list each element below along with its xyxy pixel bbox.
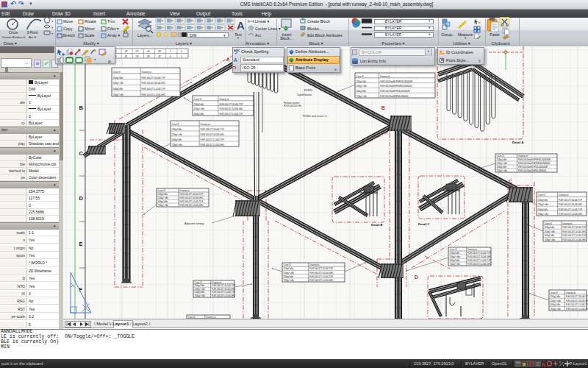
- svg-text:FLEX 040-077-34-040-TOP: FLEX 040-077-34-040-TOP: [201, 128, 224, 131]
- svg-text:250kg/½xBe: 250kg/½xBe: [195, 288, 206, 291]
- svg-text:Detail C: Detail C: [418, 222, 430, 226]
- svg-text:FLEX 040-077-L4-040-TOP: FLEX 040-077-L4-040-TOP: [467, 259, 491, 262]
- svg-text:250kg/½xBe: 250kg/½xBe: [194, 107, 205, 110]
- svg-text:Drawing no.: Drawing no.: [309, 263, 320, 266]
- svg-text:250kg/1xBe: 250kg/1xBe: [172, 128, 182, 131]
- svg-text:FLEX 040-057-34-040-GHC: FLEX 040-057-34-040-GHC: [559, 203, 582, 206]
- svg-text:Drawing no.: Drawing no.: [179, 189, 190, 192]
- svg-text:Drawing no.: Drawing no.: [518, 155, 528, 158]
- svg-text:250kg/1xBe: 250kg/1xBe: [545, 226, 555, 229]
- svg-text:500kg/1xBe: 500kg/1xBe: [356, 90, 367, 93]
- svg-text:FLEX 040-057-34-040-GHC: FLEX 040-057-34-040-GHC: [212, 288, 235, 291]
- svg-text:FLEX 040-077-L4-040-TOP: FLEX 040-077-L4-040-TOP: [562, 234, 586, 237]
- svg-text:D: D: [415, 275, 418, 280]
- svg-text:FLEX 040-NewWGP05R04L4N06045: FLEX 040-NewWGP05R04L4N06045: [518, 162, 551, 165]
- svg-text:Drawing no.: Drawing no.: [566, 291, 576, 294]
- svg-text:FLEX 040-077-34-040-TOP: FLEX 040-077-34-040-TOP: [467, 252, 491, 255]
- svg-text:A: A: [226, 57, 230, 62]
- svg-text:Crane ID: Crane ID: [194, 98, 202, 101]
- svg-text:FLEX 040-057-34-040-GHC: FLEX 040-057-34-040-GHC: [309, 272, 333, 275]
- svg-text:FLEX 040-077-34-040-TOP: FLEX 040-077-34-040-TOP: [179, 193, 203, 196]
- svg-text:FLEX 040-077-34-040-TOP: FLEX 040-077-34-040-TOP: [309, 267, 333, 270]
- svg-text:A: A: [237, 19, 245, 32]
- svg-text:FLEX 040-077-L4-040-TOP: FLEX 040-077-L4-040-TOP: [566, 303, 588, 306]
- svg-text:250kg/½xBe: 250kg/½xBe: [113, 82, 124, 85]
- svg-text:750kg/½xBe: 750kg/½xBe: [172, 144, 183, 146]
- svg-text:Crane ID: Crane ID: [545, 222, 553, 225]
- svg-text:Crane ID: Crane ID: [356, 75, 365, 78]
- svg-text:-40: -40: [146, 50, 150, 53]
- svg-text:Crane ID: Crane ID: [158, 189, 166, 192]
- svg-text:250kg/½xBe: 250kg/½xBe: [545, 230, 556, 233]
- svg-text:FLEX 040-077-34-040-TOP: FLEX 040-077-34-040-TOP: [566, 295, 588, 298]
- svg-text:250kg/½xBe: 250kg/½xBe: [172, 133, 183, 136]
- svg-text:Crane ID: Crane ID: [172, 123, 180, 126]
- svg-text:-49: -49: [146, 55, 150, 58]
- svg-text:-42: -42: [157, 55, 161, 58]
- svg-text:500kg/1xBe: 500kg/1xBe: [195, 291, 205, 294]
- svg-text:FLEX 040-057-L4-040-GHC: FLEX 040-057-L4-040-GHC: [559, 213, 582, 216]
- svg-text:500kg/1xBe: 500kg/1xBe: [497, 166, 507, 169]
- svg-text:Crane ID: Crane ID: [195, 281, 203, 284]
- svg-text:FLEX 040-057-34-040-GHC: FLEX 040-057-34-040-GHC: [566, 300, 588, 302]
- svg-text:Crane ID: Crane ID: [113, 71, 121, 74]
- svg-text:FLEX 040-077-L4-040-TOP: FLEX 040-077-L4-040-TOP: [179, 200, 203, 203]
- svg-text:FLEX 040-077-34-040-TOP: FLEX 040-077-34-040-TOP: [142, 77, 165, 79]
- svg-text:Tagliaff bracket: Tagliaff bracket: [297, 93, 312, 96]
- svg-text:Crane ID: Crane ID: [551, 291, 559, 294]
- svg-text:250kg/1xBe: 250kg/1xBe: [538, 199, 548, 202]
- svg-text:250kg/1xBe: 250kg/1xBe: [158, 193, 168, 196]
- svg-text:FLEX 040-NewWOPGP04L4405060R: FLEX 040-NewWOPGP04L4405060R: [518, 158, 551, 161]
- svg-text:Drawing no.: Drawing no.: [562, 222, 573, 225]
- svg-text:500kg/1xBe: 500kg/1xBe: [545, 234, 555, 237]
- svg-text:250kg/1xBe: 250kg/1xBe: [497, 158, 507, 161]
- svg-text:250kg/1xBe: 250kg/1xBe: [194, 103, 204, 106]
- svg-text:250kg/½xBe: 250kg/½xBe: [450, 255, 461, 258]
- svg-text:Crane ID: Crane ID: [450, 248, 458, 251]
- svg-text:250kg/1xBe: 250kg/1xBe: [356, 80, 367, 83]
- svg-text:-28: -28: [157, 50, 161, 53]
- svg-text:500kg/1xBe: 500kg/1xBe: [284, 275, 294, 278]
- svg-text:250kg/½xBe: 250kg/½xBe: [356, 85, 368, 88]
- svg-text:E: E: [79, 241, 83, 247]
- svg-text:Crane ID: Crane ID: [284, 263, 292, 266]
- svg-text:Detail B: Detail B: [371, 223, 383, 227]
- svg-text:FLEX 040-057-34-040-GHC: FLEX 040-057-34-040-GHC: [562, 230, 586, 233]
- svg-text:750kg/½xBe: 750kg/½xBe: [113, 93, 124, 96]
- svg-text:FLEX 040-057-L4-040-GHC: FLEX 040-057-L4-040-GHC: [467, 263, 491, 266]
- svg-text:PU2934: PU2934: [304, 89, 312, 92]
- svg-text:FLEX 040-077-34-040-TOP: FLEX 040-077-34-040-TOP: [559, 199, 582, 202]
- svg-text:500kg/1xBe: 500kg/1xBe: [158, 200, 168, 203]
- svg-text:D: D: [79, 195, 84, 202]
- svg-text:250kg/½xBe: 250kg/½xBe: [497, 162, 508, 165]
- svg-text:750kg/½xBe: 750kg/½xBe: [158, 204, 169, 207]
- svg-text:B: B: [381, 105, 385, 110]
- svg-text:FLEX 040-001 Re: FLEX 040-001 Re: [284, 105, 301, 107]
- svg-text:750kg/½xBe: 750kg/½xBe: [538, 213, 549, 216]
- svg-text:FLEX 040-NewWGP04L4N0604L: FLEX 040-NewWGP04L4N0604L: [518, 169, 547, 172]
- svg-text:250kg/1xBe: 250kg/1xBe: [551, 295, 561, 298]
- svg-text:C: C: [79, 150, 84, 157]
- svg-text:PU2961 steel section 1 x: PU2961 steel section 1 x: [303, 115, 328, 118]
- svg-text:FLEX 040-057-L4-040-GHC: FLEX 040-057-L4-040-GHC: [142, 93, 165, 96]
- svg-text:750kg/½xBe: 750kg/½xBe: [450, 263, 461, 266]
- svg-text:FLEX 040-NewWOP04L4405060R: FLEX 040-NewWOP04L4405060R: [518, 166, 548, 169]
- svg-text:-22: -22: [135, 50, 139, 53]
- svg-text:Crane ID: Crane ID: [538, 194, 546, 197]
- svg-text:500kg/1xBe: 500kg/1xBe: [538, 208, 548, 211]
- svg-text:250kg/1xBe: 250kg/1xBe: [450, 252, 460, 255]
- svg-text:FLEX 040-057-34-040-GHC: FLEX 040-057-34-040-GHC: [201, 133, 224, 136]
- svg-text:750kg/½xBe: 750kg/½xBe: [497, 169, 508, 172]
- svg-text:750kg/½xBe: 750kg/½xBe: [356, 95, 368, 98]
- svg-text:-33: -33: [135, 55, 139, 58]
- svg-text:Drawing no.: Drawing no.: [219, 98, 229, 101]
- svg-text:B: B: [79, 105, 84, 111]
- svg-text:FLEX 040-057-34-040-GHC: FLEX 040-057-34-040-GHC: [142, 82, 165, 85]
- svg-text:FLEX 040-057-L4-040-GHC: FLEX 040-057-L4-040-GHC: [179, 204, 203, 207]
- svg-text:FLEX 040-077-34-040-TOP: FLEX 040-077-34-040-TOP: [212, 284, 235, 287]
- svg-text:FLEX 040-077-L4-040-TOP: FLEX 040-077-L4-040-TOP: [309, 275, 333, 278]
- svg-text:Drawing no.: Drawing no.: [380, 75, 390, 78]
- svg-text:-41: -41: [124, 55, 128, 58]
- svg-text:Drawing no.: Drawing no.: [201, 123, 211, 126]
- svg-text:Drawing no.: Drawing no.: [467, 248, 478, 251]
